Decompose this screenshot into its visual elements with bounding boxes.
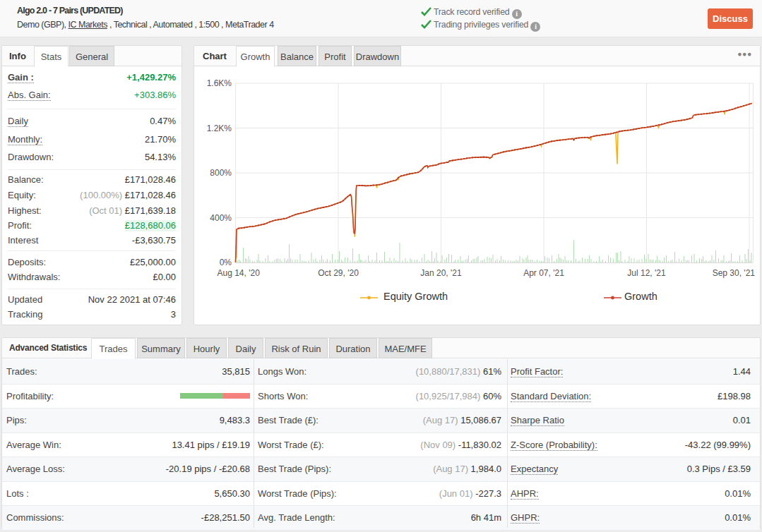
svg-text:Jul 12, '21: Jul 12, '21 xyxy=(627,268,666,278)
svg-text:Oct 29, '20: Oct 29, '20 xyxy=(318,268,359,278)
svg-text:1.6K%: 1.6K% xyxy=(207,78,232,88)
svg-text:1.2K%: 1.2K% xyxy=(207,123,232,133)
svg-text:400%: 400% xyxy=(210,213,232,223)
svg-text:Apr 07, '21: Apr 07, '21 xyxy=(523,268,564,278)
svg-text:0%: 0% xyxy=(220,258,232,267)
svg-text:Jan 20, '21: Jan 20, '21 xyxy=(420,268,462,278)
svg-text:Aug 14, '20: Aug 14, '20 xyxy=(218,268,261,278)
svg-text:800%: 800% xyxy=(210,168,232,178)
svg-text:Sep 30, '21: Sep 30, '21 xyxy=(713,268,756,278)
